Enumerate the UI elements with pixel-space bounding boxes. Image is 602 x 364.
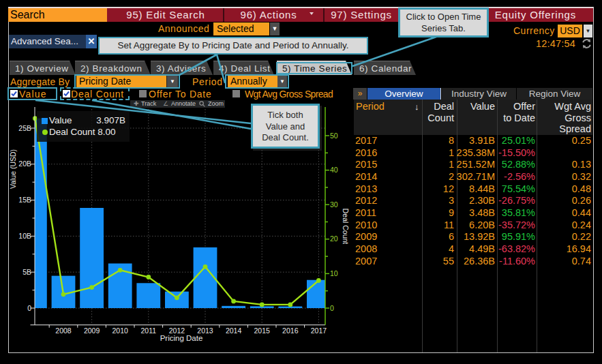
svg-text:2016: 2016 [282,327,299,335]
svg-text:10: 10 [330,269,338,277]
svg-text:15B: 15B [18,196,31,204]
svg-text:2009: 2009 [84,327,100,335]
svg-text:2011: 2011 [141,327,157,335]
svg-text:2008: 2008 [55,327,72,335]
svg-text:10B: 10B [18,232,31,240]
svg-text:2017: 2017 [311,327,327,335]
svg-text:20B: 20B [18,160,31,168]
svg-text:0: 0 [330,304,334,312]
svg-text:Deal Count: Deal Count [342,209,350,245]
svg-text:Value (USD): Value (USD) [9,149,17,189]
svg-text:Pricing Date: Pricing Date [160,334,203,342]
svg-text:20: 20 [330,234,338,243]
svg-text:40: 40 [330,166,338,174]
svg-text:2010: 2010 [112,327,129,335]
svg-text:2015: 2015 [254,327,271,335]
svg-text:5B: 5B [22,268,31,276]
svg-text:25B: 25B [18,124,31,132]
svg-text:2014: 2014 [226,327,242,335]
svg-text:50: 50 [330,132,338,140]
svg-text:0: 0 [27,304,31,312]
svg-text:30: 30 [330,200,338,209]
